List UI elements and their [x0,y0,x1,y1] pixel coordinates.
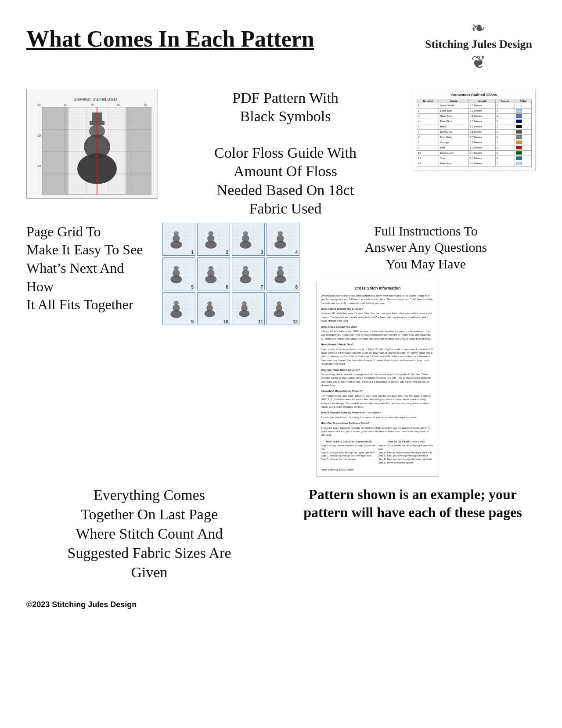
thumb-svg [267,258,294,290]
mono-head: I Bought A Monochrome Pattern? [321,389,434,393]
page-thumb: 10 [197,292,230,325]
svg-point-87 [207,269,214,276]
floss-name: Light Blue [439,108,469,113]
page-thumb: 11 [232,292,265,325]
page-thumb-num: 8 [294,284,299,290]
svg-point-152 [241,304,248,311]
how-to-left: How To Do A Star (Half) Cross Stitch Ste… [321,440,377,465]
floss-length: 0.8 Meters [468,140,495,145]
page-title: What Comes In Each Pattern [26,18,314,51]
grid-with-ruler: 10 20 [37,107,154,195]
blank-head: Why Are There Blank Stitches? [321,368,434,372]
page-thumb: 3 [232,223,265,256]
floss-row: 12 Pale Blue 4.5 Meters 2 [417,161,532,166]
thumb-svg [267,293,292,325]
page-thumb-num: 7 [259,284,264,290]
floss-num: 9 [417,145,439,150]
how-stitch-body: If you prefer to stitch on fabric counts… [321,348,434,366]
svg-point-113 [277,269,284,276]
thumb-svg [198,223,224,255]
floss-num: 5 [417,124,439,129]
bottom-section: Everything Comes Together On Last Page W… [26,485,536,583]
floss-table: Number Name Length Skeins Color 1 Snow W… [417,99,532,167]
everything-text: Everything Comes Together On Last Page W… [26,485,272,583]
floss-color [515,108,532,113]
floss-row: 11 Teal 3.0 Meters 1 [417,156,532,161]
header: What Comes In Each Pattern ❧ Stitching J… [26,18,536,71]
floss-color [515,134,532,140]
floss-guide-text: Color Floss Guide With Amount Of Floss N… [171,144,400,218]
page-thumb: 7 [232,257,265,290]
floss-length: 2.4 Meters [468,150,495,156]
svg-point-127 [174,301,179,305]
thumb-svg [267,223,294,255]
floss-skeins: 1 [495,113,515,119]
svg-point-165 [276,304,282,311]
row1: Snowman Stained Glass 5060708090 10 20 [26,89,536,218]
page-thumb-num: 12 [292,319,299,325]
col-number: Number [417,99,439,103]
page-thumb: 8 [267,257,299,290]
floss-length: 3.2 Meters [468,108,495,113]
grid-svg [42,107,151,195]
pattern-note: Pattern shown is an example; your patter… [290,485,536,522]
floss-name: Orange [439,140,469,145]
floss-name: Steel Blue [439,113,469,119]
floss-color [515,124,532,129]
floss-skeins: 1 [495,134,515,140]
thumb-svg [198,258,224,290]
floss-num: 12 [417,161,439,166]
floss-num: 1 [417,103,439,108]
page-grid-text: Page Grid To Make It Easy To See What’s … [26,223,149,314]
svg-point-126 [173,304,180,311]
page-thumb-num: 9 [190,319,195,325]
instructions-document: Cross Stitch Information Whether this is… [316,281,439,476]
floss-color [515,103,532,108]
floss-skeins: 1 [495,124,515,129]
svg-rect-9 [126,107,151,195]
svg-point-166 [277,301,281,305]
pdf-pattern-text: PDF Pattern With Black Symbols [171,89,400,126]
how-to-left-title: How To Do A Star (Half) Cross Stitch [321,440,377,443]
floss-color [515,113,532,119]
page-thumb-num: 2 [224,250,230,255]
floss-name: Red [439,145,469,150]
how-to-right-steps: Step A: Go up needle and floss through b… [378,444,434,464]
thumb-svg [232,293,257,325]
floss-length: 4.1 Meters [468,113,495,119]
floss-row: 1 Snow White 2.5 Meters 1 [417,103,532,108]
svg-point-153 [242,301,246,305]
col-color: Color [515,99,532,103]
mono-body: For monochrome (one color) patterns, you… [321,394,434,409]
floss-skeins: 1 [495,140,515,145]
svg-point-88 [209,266,213,270]
how-to-left-steps: Step A: Go up needle and floss through b… [321,444,377,461]
grid-ruler-top: 5060708090 [37,103,147,106]
page-thumb-num: 3 [259,250,264,255]
learn-body: There are many fantastic tutorials on Yo… [321,426,434,437]
page-thumb: 5 [162,257,195,290]
floss-skeins: 1 [495,150,515,156]
learn-head: How Can I Learn How To Cross Stitch? [321,421,434,425]
floss-row: 9 Red 1.2 Meters 1 [417,145,532,150]
thumb-svg [163,258,190,290]
thumb-svg [232,258,259,290]
page-thumb: 9 [162,292,195,325]
floss-table-title: Snowman Stained Glass [417,93,532,97]
svg-point-74 [173,269,180,276]
floss-name: Med Gray [439,134,469,140]
floss-skeins: 2 [495,161,515,166]
svg-point-49 [243,231,248,235]
page-thumb-num: 5 [190,284,195,290]
floss-name: Pale Blue [439,161,469,166]
logo-flourish-bottom: ❦ [422,54,536,71]
floss-num: 6 [417,129,439,134]
floss-skeins: 1 [495,129,515,134]
instructions-text: Full Instructions To Answer Any Question… [316,223,536,272]
what-fabric-body: I choose 18ct Aida because it's what I l… [321,311,434,322]
logo-text: Stitching Jules Design [422,37,536,52]
sign-off: Jules Stitching Jules Design [321,468,434,471]
floss-name: Dark Gray [439,129,469,134]
floss-row: 10 Dark Green 2.4 Meters 1 [417,150,532,156]
svg-point-100 [242,269,249,276]
